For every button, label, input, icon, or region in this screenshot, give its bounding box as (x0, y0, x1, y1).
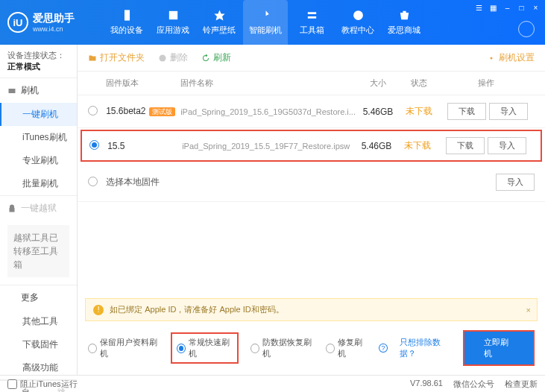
sidebar-section-more[interactable]: 更多 (0, 285, 77, 310)
gear-icon (487, 54, 496, 63)
app-header: iU 爱思助手 www.i4.cn 我的设备应用游戏铃声壁纸智能刷机工具箱教程中… (0, 0, 545, 45)
close-icon[interactable]: × (531, 3, 541, 13)
sidebar-section-flash[interactable]: 刷机 (0, 78, 77, 103)
wrench-icon (7, 86, 16, 95)
connection-status: 设备连接状态：正常模式 (0, 45, 77, 78)
nav-5[interactable]: 教程中心 (335, 0, 380, 45)
app-version: V7.98.61 (410, 379, 443, 390)
sidebar-item-othertools[interactable]: 其他工具 (0, 310, 77, 333)
check-update-link[interactable]: 检查更新 (505, 379, 538, 390)
nav-1[interactable]: 应用游戏 (151, 0, 195, 45)
local-firmware-row[interactable]: 选择本地固件 导入 (78, 163, 545, 202)
flash-now-button[interactable]: 立即刷机 (463, 330, 535, 366)
window-controls: ☰ ▦ – □ × (474, 3, 541, 13)
firmware-row[interactable]: 15.5iPad_Spring_2019_15.5_19F77_Restore.… (81, 130, 542, 162)
block-itunes-checkbox[interactable] (7, 379, 17, 389)
svg-point-3 (491, 57, 493, 59)
nav-3[interactable]: 智能刷机 (243, 0, 288, 45)
download-button[interactable]: 下载 (446, 137, 485, 154)
mode-repair[interactable]: 修复刷机 (326, 337, 367, 359)
status-bar: 阻止iTunes运行 V7.98.61 微信公众号 检查更新 (0, 375, 545, 392)
refresh-button[interactable]: 刷新 (201, 51, 231, 64)
lock-icon (7, 204, 16, 213)
nav-0[interactable]: 我的设备 (104, 0, 149, 45)
jailbreak-moved-tip: 越狱工具已转移至工具箱 (7, 225, 69, 277)
nav-6[interactable]: 爱思商城 (382, 0, 426, 45)
grid-icon[interactable]: ▦ (488, 3, 498, 13)
radio-row[interactable] (89, 140, 99, 150)
wechat-link[interactable]: 微信公众号 (453, 379, 494, 390)
flash-mode-row: 保留用户资料刷机 常规快速刷机 防数据恢复刷机 修复刷机 ? 只想排除数据？ 立… (78, 321, 545, 375)
logo-icon: iU (7, 12, 28, 33)
import-button[interactable]: 导入 (489, 103, 528, 120)
import-local-button[interactable]: 导入 (496, 174, 535, 191)
folder-icon (88, 54, 97, 63)
toolbar: 打开文件夹 删除 刷新 刷机设置 (78, 45, 545, 72)
warning-close-icon[interactable]: × (526, 306, 531, 314)
import-button[interactable]: 导入 (488, 137, 526, 154)
download-badge-icon[interactable] (518, 21, 535, 37)
main-panel: 打开文件夹 删除 刷新 刷机设置 固件版本 固件名称 大小 状态 操作 15.6… (78, 45, 545, 375)
app-name: 爱思助手 (33, 12, 75, 25)
sidebar-section-jailbreak[interactable]: 一键越狱 (0, 196, 77, 221)
app-url: www.i4.cn (33, 25, 75, 33)
radio-row[interactable] (88, 106, 98, 116)
maximize-icon[interactable]: □ (517, 3, 526, 13)
sidebar-item-advanced[interactable]: 高级功能 (0, 356, 77, 379)
svg-point-2 (160, 54, 166, 61)
mode-fast[interactable]: 常规快速刷机 (171, 332, 239, 364)
sidebar-item-pro[interactable]: 专业刷机 (0, 149, 77, 172)
download-button[interactable]: 下载 (447, 103, 486, 120)
sidebar: 设备连接状态：正常模式 刷机 一键刷机 iTunes刷机 专业刷机 批量刷机 一… (0, 45, 78, 375)
minimize-icon[interactable]: – (503, 3, 512, 13)
sidebar-item-itunes[interactable]: iTunes刷机 (0, 126, 77, 149)
flash-settings-button[interactable]: 刷机设置 (487, 51, 535, 64)
sidebar-item-downloadfw[interactable]: 下载固件 (0, 333, 77, 356)
mode-anti-recover[interactable]: 防数据恢复刷机 (251, 337, 314, 359)
sidebar-item-oneclick[interactable]: 一键刷机 (0, 103, 77, 126)
appleid-warning: ! 如已绑定 Apple ID，请准备好 Apple ID和密码。 × (85, 298, 538, 321)
menu-icon[interactable]: ☰ (474, 3, 484, 13)
refresh-icon (201, 54, 210, 63)
firmware-row[interactable]: 15.6beta2测试版iPad_Spring_2019_15.6_19G503… (78, 95, 545, 128)
radio-local[interactable] (88, 177, 98, 186)
delete-button: 删除 (158, 51, 188, 64)
firmware-rows: 15.6beta2测试版iPad_Spring_2019_15.6_19G503… (78, 95, 545, 163)
list-icon (7, 294, 16, 303)
nav-4[interactable]: 工具箱 (289, 0, 334, 45)
open-folder-button[interactable]: 打开文件夹 (88, 51, 145, 64)
table-header: 固件版本 固件名称 大小 状态 操作 (78, 72, 545, 95)
app-logo: iU 爱思助手 www.i4.cn (7, 12, 104, 33)
sidebar-item-batch[interactable]: 批量刷机 (0, 172, 77, 195)
info-icon[interactable]: ? (379, 344, 387, 353)
main-nav: 我的设备应用游戏铃声壁纸智能刷机工具箱教程中心爱思商城 (104, 0, 426, 45)
warning-icon: ! (93, 305, 104, 315)
nav-2[interactable]: 铃声壁纸 (197, 0, 242, 45)
exclude-data-link[interactable]: 只想排除数据？ (400, 337, 452, 359)
svg-point-0 (353, 10, 363, 20)
delete-icon (158, 54, 167, 63)
mode-keep-data[interactable]: 保留用户资料刷机 (88, 337, 159, 359)
